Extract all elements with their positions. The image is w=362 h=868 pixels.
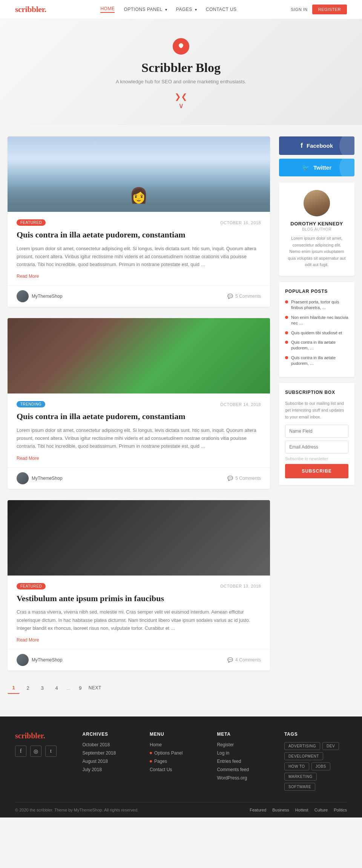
author-avatar bbox=[17, 290, 29, 302]
tag-howto[interactable]: HOW TO bbox=[284, 762, 309, 770]
meta-register[interactable]: Register bbox=[217, 742, 269, 747]
archive-jul[interactable]: July 2018 bbox=[82, 767, 134, 772]
bullet-icon bbox=[285, 316, 288, 319]
post-body: FEATURED OCTOBER 13, 2018 Vestibulum ant… bbox=[8, 576, 270, 649]
page-3[interactable]: 3 bbox=[36, 682, 48, 694]
popular-post-item[interactable]: Non enim hilaritute nec lascivia nec … bbox=[285, 315, 348, 326]
tag-dev[interactable]: DEV bbox=[322, 742, 339, 750]
twitter-button[interactable]: 🐦 Twitter bbox=[279, 159, 354, 176]
meta-login[interactable]: Log in bbox=[217, 750, 269, 756]
tag-jobs[interactable]: JOBS bbox=[311, 762, 330, 770]
post-author: MyThemeShop bbox=[17, 654, 62, 666]
nav-home[interactable]: HOME bbox=[100, 6, 115, 13]
read-more-link[interactable]: Read More bbox=[17, 274, 39, 279]
meta-title: Meta bbox=[217, 732, 269, 737]
popular-post-item[interactable]: Quis contra in illa aetate pudorem, … bbox=[285, 340, 348, 351]
tag-development[interactable]: DEVELOPMENT bbox=[284, 752, 323, 760]
author-name: MyThemeShop bbox=[32, 657, 62, 663]
page-next[interactable]: NEXT bbox=[89, 685, 101, 690]
bottom-link-culture[interactable]: Culture bbox=[314, 808, 328, 812]
nav-contact[interactable]: CONTACT US bbox=[206, 7, 237, 12]
archive-aug[interactable]: August 2018 bbox=[82, 759, 134, 764]
post-comments[interactable]: 💬 5 Comments bbox=[227, 476, 261, 481]
popular-post-item[interactable]: Praesent porta, tortor quis finibus phar… bbox=[285, 299, 348, 311]
hero-title: Scribbler Blog bbox=[8, 61, 354, 75]
scroll-arrow-icon[interactable]: ❯❮∨ bbox=[8, 92, 354, 110]
post-title[interactable]: Vestibulum ante ipsum primis in faucibus bbox=[17, 593, 261, 604]
popular-post-text: Quis contra in illa aetate pudorem, … bbox=[291, 355, 348, 367]
signin-button[interactable]: SIGN IN bbox=[291, 7, 307, 12]
footer-menu: Menu Home Options Panel Pages Contact Us bbox=[150, 732, 202, 791]
hero-subtitle: A knowledge hub for SEO and online marke… bbox=[8, 79, 354, 84]
post-title[interactable]: Quis contra in illa aetate pudorem, cons… bbox=[17, 411, 261, 422]
footer-tags: Tags ADVERTISING DEV DEVELOPMENT HOW TO … bbox=[284, 732, 347, 791]
site-logo[interactable]: scribbler. bbox=[15, 5, 46, 14]
menu-home[interactable]: Home bbox=[150, 742, 202, 747]
comment-count: 5 Comments bbox=[235, 476, 261, 481]
subscribe-button[interactable]: SUBSCRIBE bbox=[285, 464, 348, 478]
nav-options-panel[interactable]: OPTIONS PANEL ▾ bbox=[124, 7, 167, 12]
archive-oct[interactable]: October 2018 bbox=[82, 742, 134, 747]
main-container: FEATURED OCTOBER 16, 2018 Quis contra in… bbox=[0, 136, 362, 705]
post-image bbox=[8, 136, 270, 212]
read-more-link[interactable]: Read More bbox=[17, 637, 39, 643]
sidebar: f Facebook 🐦 Twitter DOROTHY KENNEDY BLO… bbox=[279, 136, 354, 705]
archive-sep[interactable]: September 2018 bbox=[82, 750, 134, 756]
page-4[interactable]: 4 bbox=[51, 682, 63, 694]
page-9[interactable]: 9 bbox=[74, 682, 86, 694]
hero-section: Scribbler Blog A knowledge hub for SEO a… bbox=[0, 19, 362, 125]
post-excerpt: Lorem ipsum dolor sit amet, consectetur … bbox=[17, 245, 261, 269]
popular-post-item[interactable]: Quis contra in illa aetate pudorem, … bbox=[285, 355, 348, 367]
register-button[interactable]: REGISTER bbox=[312, 5, 347, 14]
twitter-social-icon[interactable]: t bbox=[45, 746, 57, 757]
author-box-name: DOROTHY KENNEDY bbox=[287, 221, 347, 227]
meta-comments[interactable]: Comments feed bbox=[217, 767, 269, 772]
post-comments[interactable]: 💬 5 Comments bbox=[227, 294, 261, 299]
footer-brand: scribbler. f ◎ t bbox=[15, 732, 67, 791]
email-field[interactable] bbox=[285, 441, 348, 453]
tag-marketing[interactable]: MARKETING bbox=[284, 773, 317, 781]
author-name: MyThemeShop bbox=[32, 476, 62, 481]
post-tag: FEATURED bbox=[17, 583, 46, 589]
tag-advertising[interactable]: ADVERTISING bbox=[284, 742, 320, 750]
archives-title: Archives bbox=[82, 732, 134, 737]
facebook-button[interactable]: f Facebook bbox=[279, 136, 354, 155]
tag-software[interactable]: SOFTWARE bbox=[284, 783, 315, 791]
read-more-link[interactable]: Read More bbox=[17, 456, 39, 461]
post-comments[interactable]: 💬 4 Comments bbox=[227, 657, 261, 663]
post-author: MyThemeShop bbox=[17, 290, 62, 302]
post-footer: MyThemeShop 💬 4 Comments bbox=[8, 649, 270, 671]
bullet-icon bbox=[285, 300, 288, 303]
page-dots: ... bbox=[65, 685, 72, 691]
post-footer: MyThemeShop 💬 5 Comments bbox=[8, 467, 270, 489]
menu-contact[interactable]: Contact Us bbox=[150, 767, 202, 772]
popular-post-text: Non enim hilaritute nec lascivia nec … bbox=[291, 315, 348, 326]
menu-options[interactable]: Options Panel bbox=[150, 750, 202, 756]
name-field[interactable] bbox=[285, 425, 348, 438]
page-2[interactable]: 2 bbox=[22, 682, 34, 694]
post-tag: FEATURED bbox=[17, 219, 46, 226]
post-meta: TRENDING OCTOBER 14, 2018 bbox=[17, 401, 261, 407]
menu-pages[interactable]: Pages bbox=[150, 759, 202, 764]
comment-icon: 💬 bbox=[227, 294, 233, 299]
popular-post-text: Quis contra in illa aetate pudorem, … bbox=[291, 340, 348, 351]
popular-post-item[interactable]: Quis quidem tibi studiosé et bbox=[285, 330, 348, 336]
bullet-icon bbox=[285, 331, 288, 334]
author-box-bio: Lorem ipsum dolor sit amet, consectetur … bbox=[287, 235, 347, 268]
bottom-link-business[interactable]: Business bbox=[272, 808, 289, 812]
bottom-link-featured[interactable]: Featured bbox=[250, 808, 266, 812]
nav-pages[interactable]: PAGES ▾ bbox=[176, 7, 197, 12]
footer-logo[interactable]: scribbler. bbox=[15, 732, 67, 740]
meta-entries[interactable]: Entries feed bbox=[217, 759, 269, 764]
bullet-icon bbox=[150, 760, 152, 762]
instagram-social-icon[interactable]: ◎ bbox=[30, 746, 41, 757]
bottom-link-hottest[interactable]: Hottest bbox=[295, 808, 308, 812]
facebook-social-icon[interactable]: f bbox=[15, 746, 26, 757]
bottom-link-politics[interactable]: Politics bbox=[334, 808, 347, 812]
footer-copyright: © 2020 the scribbler. Theme by MyThemeSh… bbox=[15, 808, 138, 812]
meta-wordpress[interactable]: WordPress.org bbox=[217, 775, 269, 781]
page-1[interactable]: 1 bbox=[8, 682, 20, 694]
post-title[interactable]: Quis contra in illa aetate pudorem, cons… bbox=[17, 230, 261, 240]
facebook-label: Facebook bbox=[307, 142, 333, 149]
post-author: MyThemeShop bbox=[17, 472, 62, 484]
